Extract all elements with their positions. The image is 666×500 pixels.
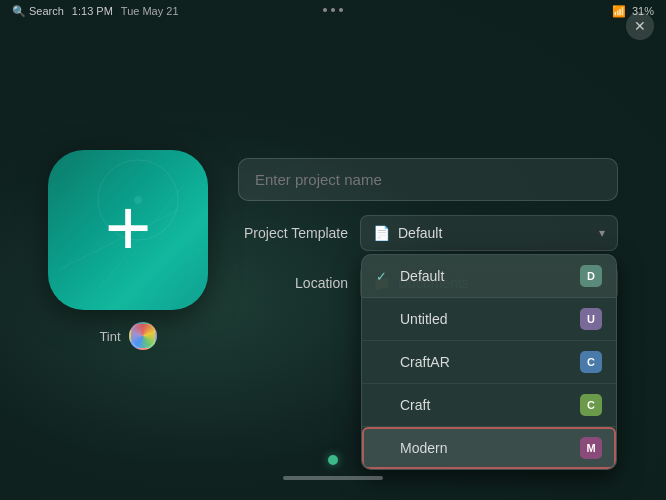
template-dropdown-trigger[interactable]: 📄 Default ▾ ✓ Default D Untitled U (360, 215, 618, 251)
dropdown-item-name: CraftAR (400, 354, 450, 370)
search-status: 🔍 Search (12, 5, 64, 18)
dropdown-item-name: Untitled (400, 311, 447, 327)
dropdown-item-left: Modern (376, 440, 447, 456)
template-field-value: 📄 Default (373, 225, 442, 241)
dropdown-item-modern[interactable]: Modern M (362, 427, 616, 469)
dropdown-item-default[interactable]: ✓ Default D (362, 255, 616, 298)
status-date: Tue May 21 (121, 5, 179, 17)
dropdown-item-untitled[interactable]: Untitled U (362, 298, 616, 341)
status-bar: 🔍 Search 1:13 PM Tue May 21 📶 31% (0, 0, 666, 22)
check-icon: ✓ (376, 269, 392, 284)
close-button[interactable]: ✕ (626, 12, 654, 40)
plus-icon: + (105, 188, 152, 268)
tint-color-wheel[interactable] (129, 322, 157, 350)
menu-dot-3 (339, 8, 343, 12)
dropdown-item-craft[interactable]: Craft C (362, 384, 616, 427)
dialog-content: + Tint Project Template 📄 Default ▾ (48, 150, 618, 350)
status-time: 1:13 PM (72, 5, 113, 17)
top-dots-menu[interactable] (323, 8, 343, 12)
menu-dot-2 (331, 8, 335, 12)
project-name-input[interactable] (238, 158, 618, 201)
dropdown-item-left: Untitled (376, 311, 447, 327)
home-indicator (283, 476, 383, 480)
chevron-down-icon: ▾ (599, 226, 605, 240)
location-label: Location (238, 275, 348, 291)
app-icon-section: + Tint (48, 150, 208, 350)
new-project-dialog: + Tint Project Template 📄 Default ▾ (30, 40, 636, 460)
menu-dot-1 (323, 8, 327, 12)
template-icon: 📄 (373, 225, 390, 241)
dropdown-item-name: Craft (400, 397, 430, 413)
form-area: Project Template 📄 Default ▾ ✓ Default D (238, 150, 618, 301)
template-row: Project Template 📄 Default ▾ ✓ Default D (238, 215, 618, 251)
item-badge: M (580, 437, 602, 459)
dropdown-item-name: Modern (400, 440, 447, 456)
item-badge: C (580, 394, 602, 416)
dropdown-item-left: ✓ Default (376, 268, 444, 284)
template-selected-value: Default (398, 225, 442, 241)
page-dot-indicator (328, 455, 338, 465)
template-label: Project Template (238, 225, 348, 241)
dropdown-item-craftar[interactable]: CraftAR C (362, 341, 616, 384)
dropdown-item-left: CraftAR (376, 354, 450, 370)
item-badge: C (580, 351, 602, 373)
template-dropdown: ✓ Default D Untitled U CraftAR C Craft C (361, 254, 617, 470)
dropdown-item-name: Default (400, 268, 444, 284)
tint-control[interactable]: Tint (99, 322, 156, 350)
app-icon: + (48, 150, 208, 310)
item-badge: D (580, 265, 602, 287)
wifi-icon: 📶 (612, 5, 626, 18)
tint-label: Tint (99, 329, 120, 344)
dropdown-item-left: Craft (376, 397, 430, 413)
item-badge: U (580, 308, 602, 330)
